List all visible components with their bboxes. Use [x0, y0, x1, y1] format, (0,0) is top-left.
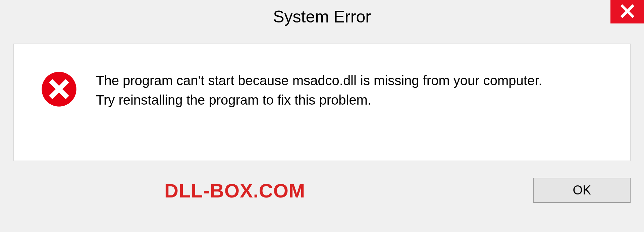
error-message: The program can't start because msadco.d…	[96, 71, 542, 110]
error-icon	[41, 71, 77, 109]
watermark-text: DLL-BOX.COM	[164, 179, 305, 202]
close-icon	[620, 4, 635, 20]
titlebar: System Error	[0, 0, 644, 34]
ok-button-label: OK	[573, 183, 591, 197]
error-message-line1: The program can't start because msadco.d…	[96, 71, 542, 90]
error-message-line2: Try reinstalling the program to fix this…	[96, 90, 542, 110]
close-button[interactable]	[610, 0, 644, 23]
dialog-title: System Error	[273, 7, 371, 26]
message-panel: The program can't start because msadco.d…	[13, 44, 631, 161]
footer: DLL-BOX.COM OK	[13, 171, 631, 218]
ok-button[interactable]: OK	[533, 178, 631, 203]
